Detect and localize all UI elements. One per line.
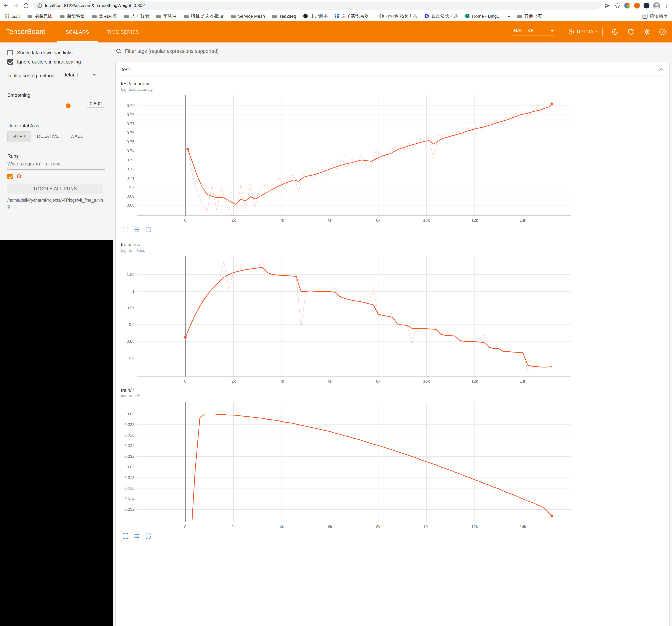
x-tick-label: 10k	[423, 524, 430, 529]
bookmark-star-icon[interactable]	[614, 2, 621, 9]
profile-avatar[interactable]	[653, 2, 660, 9]
userscript-icon	[303, 14, 308, 19]
series-line	[185, 260, 552, 370]
toggle-all-runs-button[interactable]: TOGGLE ALL RUNS	[7, 183, 103, 194]
tab-scalars[interactable]: SCALARS	[57, 21, 98, 43]
page-info-icon[interactable]	[37, 3, 42, 8]
extension-icon[interactable]	[634, 3, 640, 8]
filter-tags-input[interactable]: Filter tags (regular expressions support…	[116, 45, 668, 57]
bookmark-item[interactable]: google站长工具	[379, 13, 417, 19]
upload-icon	[568, 29, 574, 34]
bookmark-item[interactable]: 金融风控	[92, 13, 117, 19]
chart-card-train-loss: train/loss tag: train/loss 0.80.850.90.9…	[121, 242, 574, 386]
bookmark-item[interactable]: 应用	[4, 13, 20, 19]
address-bar[interactable]: localhost:8123/#scalars&_smoothingWeight…	[33, 1, 601, 9]
axis-option-wall[interactable]: WALL	[65, 131, 89, 142]
y-tick-label: 0.8	[129, 356, 135, 360]
series-line	[190, 414, 552, 532]
y-tick-label: 0.9	[129, 322, 135, 327]
settings-gear-icon[interactable]	[643, 28, 650, 35]
y-tick-label: 0.95	[127, 306, 135, 310]
slider-track-fill	[7, 106, 68, 106]
chart-canvas[interactable]: 0.680.690.70.710.720.730.740.750.760.770…	[121, 93, 574, 225]
reading-list-button[interactable]: 阅读清单	[637, 13, 668, 19]
x-tick-label: 8k	[376, 379, 381, 383]
blue-grid-icon	[335, 14, 340, 19]
extension-icon[interactable]	[624, 3, 630, 8]
tag-group-title: test	[122, 66, 130, 72]
y-tick-label: 1.05	[127, 272, 135, 277]
bookmark-label: 特征提取-小数据	[191, 13, 224, 19]
x-tick-label: 0	[184, 218, 187, 223]
folder-icon	[184, 14, 189, 18]
run-checkbox[interactable]	[7, 174, 13, 179]
slider-thumb[interactable]	[66, 103, 71, 108]
bookmark-item[interactable]: 百度站长工具	[424, 13, 458, 19]
data-table-icon[interactable]	[134, 226, 140, 234]
bookmark-item[interactable]: 用户脚本	[303, 13, 328, 19]
bookmark-item[interactable]: 车联网	[156, 13, 177, 19]
refresh-icon[interactable]	[627, 28, 634, 35]
bookmark-item[interactable]: 易鑫集团	[27, 13, 52, 19]
back-icon[interactable]	[3, 2, 9, 9]
bookmark-label: google站长工具	[386, 13, 417, 19]
bookmark-item[interactable]: 人工智能	[124, 13, 149, 19]
data-table-icon[interactable]	[134, 533, 140, 541]
chart-card-train-lr: train/lr tag: train/lr 0.0120.0140.0160.…	[121, 387, 574, 541]
sync-status-icon[interactable]	[611, 28, 618, 35]
extension-icon[interactable]	[644, 3, 649, 8]
run-color-swatch[interactable]	[17, 174, 21, 178]
y-tick-label: 1	[132, 289, 135, 294]
y-tick-label: 0.85	[127, 339, 135, 344]
bookmarks-overflow-chevron[interactable]: »	[507, 14, 510, 19]
y-tick-label: 0.68	[127, 203, 135, 207]
y-tick-label: 0.03	[127, 411, 135, 416]
chart-canvas[interactable]: 0.80.850.90.9511.0502k4k6k8k10k12k14k	[121, 254, 574, 386]
tooltip-sorting-dropdown[interactable]: default	[64, 72, 96, 79]
chart-canvas[interactable]: 0.0120.0140.0160.0180.020.0220.0240.0260…	[121, 400, 574, 532]
bookmark-item[interactable]: bHome - Bing...	[465, 14, 500, 19]
y-tick-label: 0.73	[127, 158, 135, 162]
x-tick-label: 8k	[376, 524, 381, 529]
browser-menu-icon[interactable]: ⋮	[664, 3, 669, 8]
tag-group-card: test test/accuracy tag: test/accuracy 0.…	[115, 62, 670, 626]
fit-domain-icon[interactable]	[145, 533, 151, 541]
send-icon[interactable]	[604, 2, 610, 9]
bookmark-item[interactable]: seq2seq	[272, 14, 296, 19]
bookmark-item[interactable]: 特征提取-小数据	[184, 13, 224, 19]
axis-option-relative[interactable]: RELATIVE	[31, 131, 65, 142]
bookmark-item[interactable]: Service Mesh	[231, 14, 265, 19]
tab-time-series[interactable]: TIME SERIES	[98, 21, 148, 43]
expand-chart-icon[interactable]	[122, 226, 129, 234]
main-content: Filter tags (regular expressions support…	[113, 43, 672, 626]
horizontal-axis-label: Horizontal Axis	[7, 123, 39, 128]
fit-domain-icon[interactable]	[145, 226, 151, 234]
x-tick-label: 6k	[328, 379, 332, 383]
data-status-dropdown[interactable]: INACTIVE	[512, 28, 554, 35]
forward-icon[interactable]	[13, 2, 19, 9]
smoothing-slider[interactable]	[7, 102, 85, 110]
runs-filter-input[interactable]: Write a regex to filter runs	[7, 161, 105, 170]
show-download-links-label: Show data download links	[17, 50, 73, 55]
axis-option-step[interactable]: STEP	[7, 131, 31, 142]
ignore-outliers-checkbox[interactable]	[7, 59, 13, 65]
folder-icon	[27, 14, 32, 18]
reload-icon[interactable]	[23, 2, 29, 9]
help-icon[interactable]: ?	[659, 28, 666, 35]
smoothing-value[interactable]: 0.802	[87, 100, 104, 107]
bookmark-item[interactable]: 为了实现高效...	[335, 13, 372, 19]
y-tick-label: 0.012	[124, 507, 135, 512]
show-download-links-checkbox[interactable]	[7, 50, 13, 55]
expand-chart-icon[interactable]	[122, 533, 129, 541]
x-tick-label: 6k	[328, 524, 332, 529]
y-tick-label: 0.69	[127, 194, 135, 199]
tag-group-header[interactable]: test	[116, 62, 669, 76]
upload-button[interactable]: UPLOAD	[563, 26, 602, 37]
x-tick-label: 4k	[280, 524, 284, 529]
bookmark-item[interactable]: 其他书签	[517, 13, 542, 19]
bookmark-item[interactable]: 自动驾驶	[59, 13, 85, 19]
collapse-section-button[interactable]	[659, 68, 664, 71]
bing-icon: b	[465, 14, 470, 19]
chevron-up-icon	[659, 68, 664, 71]
tooltip-sorting-label: Tooltip sorting method:	[7, 73, 56, 78]
